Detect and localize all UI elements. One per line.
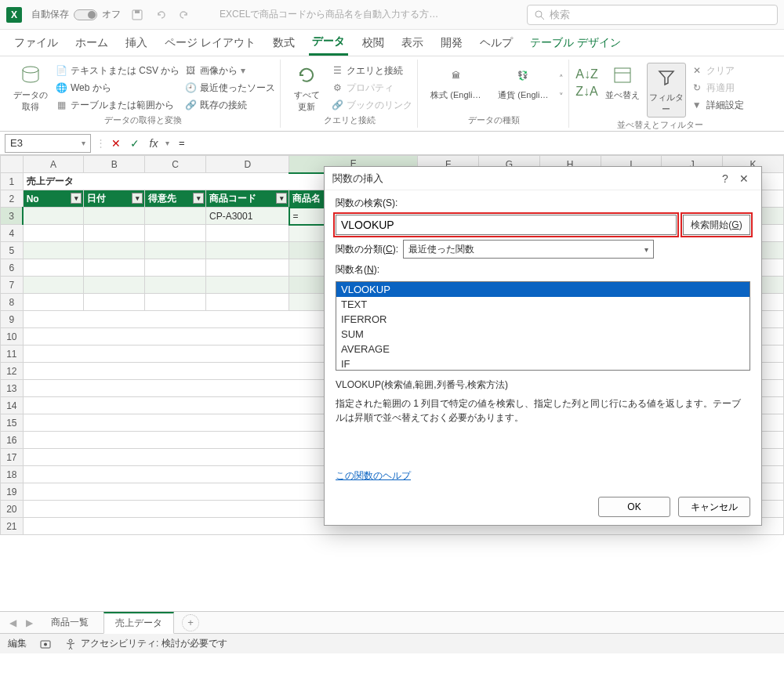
table-header-cell[interactable]: 得意先▾	[145, 190, 206, 208]
tab-review[interactable]: 校閲	[359, 31, 387, 55]
table-header-cell[interactable]: 日付▾	[84, 190, 145, 208]
row-header[interactable]: 5	[1, 242, 24, 259]
row-header[interactable]: 14	[1, 397, 24, 414]
from-table-range-button[interactable]: ▦テーブルまたは範囲から	[55, 97, 180, 113]
add-sheet-button[interactable]: +	[182, 614, 199, 631]
properties-button[interactable]: ⚙プロパティ	[331, 80, 412, 96]
row-header[interactable]: 1	[1, 173, 24, 190]
formula-input[interactable]: =	[172, 137, 784, 149]
search-start-button[interactable]: 検索開始(G)	[683, 215, 750, 235]
col-header[interactable]: B	[84, 156, 145, 173]
row-header[interactable]: 7	[1, 277, 24, 294]
tab-developer[interactable]: 開発	[437, 31, 466, 55]
ok-button[interactable]: OK	[598, 497, 670, 517]
reapply-button[interactable]: ↻再適用	[691, 80, 744, 96]
from-web-button[interactable]: 🌐Web から	[55, 80, 180, 96]
table-header-cell[interactable]: 商品コード▾	[206, 190, 289, 208]
function-list-item[interactable]: AVERAGE	[336, 342, 750, 356]
tab-help[interactable]: ヘルプ	[477, 31, 516, 55]
row-header[interactable]: 15	[1, 414, 24, 432]
dialog-help-button[interactable]: ?	[716, 169, 735, 188]
table-header-cell[interactable]: No▾	[23, 190, 84, 208]
row-header[interactable]: 9	[1, 311, 24, 328]
search-box[interactable]: 検索	[527, 5, 778, 25]
stocks-button[interactable]: 🏛株式 (Engli…	[424, 63, 487, 101]
advanced-filter-button[interactable]: ▼詳細設定	[691, 97, 744, 113]
function-list-item[interactable]: VLOOKUP	[336, 282, 750, 297]
function-help-link[interactable]: この関数のヘルプ	[336, 469, 750, 483]
chevron-down-icon[interactable]: ▾	[165, 139, 169, 147]
sort-desc-icon[interactable]: Z↓A	[575, 85, 597, 99]
currency-button[interactable]: 💱通貨 (Engli…	[492, 63, 554, 101]
row-header[interactable]: 18	[1, 466, 24, 483]
cell[interactable]: CP-A3001	[206, 208, 289, 225]
sort-button[interactable]: 並べ替え	[603, 63, 642, 101]
save-icon[interactable]	[130, 8, 144, 22]
function-list-item[interactable]: IF	[336, 356, 750, 371]
row-header[interactable]: 10	[1, 328, 24, 346]
workbook-links-button[interactable]: 🔗ブックのリンク	[331, 97, 412, 113]
macro-record-icon[interactable]	[39, 638, 52, 650]
row-header[interactable]: 20	[1, 501, 24, 518]
toggle-icon[interactable]	[74, 9, 97, 20]
tab-formulas[interactable]: 数式	[270, 31, 298, 55]
sheet-tab[interactable]: 売上データ	[103, 612, 174, 634]
row-header[interactable]: 6	[1, 259, 24, 277]
function-search-input[interactable]	[336, 215, 677, 235]
function-list-item[interactable]: IFERROR	[336, 312, 750, 327]
function-listbox[interactable]: VLOOKUP TEXT IFERROR SUM AVERAGE IF HYPE…	[336, 281, 750, 371]
sort-asc-icon[interactable]: A↓Z	[575, 67, 597, 81]
row-header[interactable]: 12	[1, 363, 24, 380]
tab-view[interactable]: 表示	[398, 31, 426, 55]
scroll-up-icon[interactable]: ˄	[559, 74, 564, 84]
from-image-button[interactable]: 🖼画像から ▾	[184, 63, 275, 78]
filter-button[interactable]: フィルター	[647, 63, 686, 118]
tab-home[interactable]: ホーム	[72, 31, 111, 55]
name-box[interactable]: E3 ▾	[5, 134, 91, 153]
filter-dropdown-icon[interactable]: ▾	[132, 193, 143, 204]
accessibility-status[interactable]: アクセシビリティ: 検討が必要です	[64, 637, 227, 650]
col-header[interactable]: C	[145, 156, 206, 173]
get-data-button[interactable]: データの 取得	[11, 63, 50, 113]
row-header[interactable]: 16	[1, 432, 24, 449]
sheet-nav-prev-icon[interactable]: ◀	[6, 617, 20, 628]
refresh-all-button[interactable]: すべて 更新	[287, 63, 326, 113]
existing-connections-button[interactable]: 🔗既存の接続	[184, 97, 275, 113]
enter-formula-button[interactable]: ✓	[128, 136, 142, 150]
row-header[interactable]: 2	[1, 190, 24, 208]
chevron-down-icon[interactable]: ▾	[82, 139, 85, 147]
row-header[interactable]: 4	[1, 225, 24, 242]
row-header[interactable]: 3	[1, 208, 24, 225]
row-header[interactable]: 21	[1, 518, 24, 535]
sheet-tab[interactable]: 商品一覧	[39, 612, 100, 633]
from-text-csv-button[interactable]: 📄テキストまたは CSV から	[55, 63, 180, 78]
category-select[interactable]: 最近使った関数 ▾	[403, 240, 654, 259]
redo-icon[interactable]	[177, 8, 191, 22]
tab-tabledesign[interactable]: テーブル デザイン	[527, 31, 624, 55]
cancel-button[interactable]: キャンセル	[678, 497, 750, 517]
autosave-toggle[interactable]: 自動保存 オフ	[31, 8, 121, 21]
row-header[interactable]: 19	[1, 483, 24, 501]
tab-data[interactable]: データ	[309, 30, 348, 56]
recent-sources-button[interactable]: 🕘最近使ったソース	[184, 80, 275, 96]
select-all-corner[interactable]	[1, 156, 24, 173]
sheet-nav-next-icon[interactable]: ▶	[23, 617, 36, 628]
clear-filter-button[interactable]: ✕クリア	[691, 63, 744, 78]
function-list-item[interactable]: TEXT	[336, 297, 750, 312]
row-header[interactable]: 8	[1, 294, 24, 311]
row-header[interactable]: 13	[1, 380, 24, 397]
dialog-close-button[interactable]: ✕	[735, 169, 753, 188]
cancel-formula-button[interactable]: ✕	[109, 136, 123, 150]
queries-connections-button[interactable]: ☰クエリと接続	[331, 63, 412, 78]
filter-dropdown-icon[interactable]: ▾	[71, 193, 82, 204]
col-header[interactable]: A	[23, 156, 84, 173]
tab-insert[interactable]: 挿入	[122, 31, 151, 55]
filter-dropdown-icon[interactable]: ▾	[193, 193, 204, 204]
col-header[interactable]: D	[206, 156, 289, 173]
tab-file[interactable]: ファイル	[11, 31, 61, 55]
function-list-item[interactable]: SUM	[336, 327, 750, 342]
filter-dropdown-icon[interactable]: ▾	[276, 193, 287, 204]
insert-function-button[interactable]: fx	[147, 136, 161, 150]
scroll-down-icon[interactable]: ˅	[559, 92, 564, 102]
row-header[interactable]: 11	[1, 346, 24, 363]
